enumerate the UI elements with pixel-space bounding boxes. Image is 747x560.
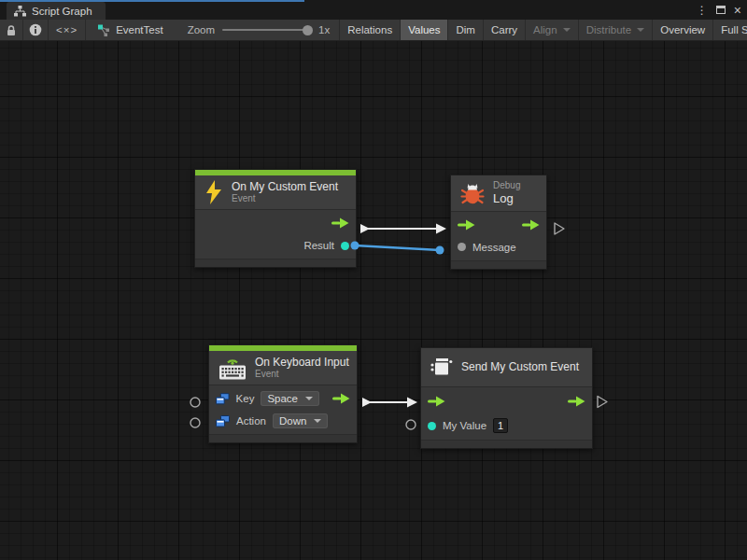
chevron-down-icon <box>314 419 321 423</box>
tab-title: Script Graph <box>32 6 92 17</box>
result-label: Result <box>303 240 334 251</box>
node-footer <box>195 259 356 267</box>
info-button[interactable] <box>23 20 49 40</box>
flow-input-port[interactable] <box>428 396 445 407</box>
carry-button[interactable]: Carry <box>484 20 526 40</box>
zoom-label: Zoom <box>188 24 215 35</box>
flow-output-port[interactable] <box>331 217 349 229</box>
lock-button[interactable] <box>0 20 23 40</box>
flow-output-port[interactable] <box>568 396 585 407</box>
unconnected-input-circle <box>406 420 416 429</box>
node-title: Send My Custom Event <box>461 360 579 373</box>
lock-icon <box>6 24 17 36</box>
action-dropdown-value: Down <box>279 415 306 427</box>
graph-asset-icon <box>97 24 110 36</box>
graph-reference[interactable]: EventTest <box>86 20 175 40</box>
node-body: My Value <box>421 387 592 441</box>
node-footer <box>421 441 592 448</box>
zoom-control: Zoom 1x <box>175 20 341 40</box>
connection-flow-custom-event-to-log[interactable] <box>360 224 446 234</box>
flow-output-port[interactable] <box>332 393 350 404</box>
zoom-slider[interactable] <box>222 29 311 31</box>
full-screen-button[interactable]: Full Screen <box>713 20 747 40</box>
align-label: Align <box>533 24 557 35</box>
lightning-bolt-icon <box>204 180 223 204</box>
flow-input-port[interactable] <box>458 219 475 231</box>
flow-output-port[interactable] <box>522 219 540 231</box>
node-on-my-custom-event[interactable]: On My Custom Event Event Result <box>194 169 357 268</box>
node-footer <box>451 261 546 269</box>
connection-value-result-to-message[interactable] <box>351 242 444 255</box>
distribute-button[interactable]: Distribute <box>579 20 654 40</box>
result-output-row: Result <box>195 234 356 257</box>
zoom-value: 1x <box>318 24 330 35</box>
node-body: Result <box>195 210 356 259</box>
node-title: On My Custom Event <box>232 180 338 193</box>
message-value-port[interactable] <box>458 243 466 251</box>
key-dropdown-value: Space <box>267 393 298 404</box>
node-send-my-custom-event[interactable]: Send My Custom Event My Value <box>420 347 593 449</box>
chevron-down-icon <box>637 28 644 32</box>
key-input-row: Key Space <box>209 387 357 410</box>
enum-type-icon <box>216 415 230 427</box>
code-view-button[interactable]: <×> <box>49 20 86 40</box>
full-screen-label: Full Screen <box>721 24 747 35</box>
action-label: Action <box>236 415 266 427</box>
key-label: Key <box>236 393 255 404</box>
my-value-port[interactable] <box>428 422 436 430</box>
my-value-field[interactable] <box>493 418 508 433</box>
message-label: Message <box>472 242 516 253</box>
bug-icon <box>460 181 485 204</box>
close-icon[interactable]: × <box>734 4 741 17</box>
values-button[interactable]: Values <box>401 20 448 40</box>
node-header[interactable]: Send My Custom Event <box>421 348 592 387</box>
result-value-port[interactable] <box>341 242 349 250</box>
panel-menu-icon[interactable]: ⋮ <box>697 5 708 16</box>
zoom-slider-handle[interactable] <box>303 25 313 35</box>
node-header[interactable]: On My Custom Event Event <box>195 175 356 210</box>
node-body: Message <box>451 212 546 261</box>
enum-type-icon <box>216 393 230 405</box>
node-debug-log[interactable]: Debug Log Message <box>450 175 547 270</box>
carry-label: Carry <box>491 24 517 35</box>
connections-layer <box>0 41 747 560</box>
key-dropdown[interactable]: Space <box>261 391 319 406</box>
align-button[interactable]: Align <box>526 20 579 40</box>
node-title: On Keyboard Input <box>255 356 349 369</box>
overview-label: Overview <box>660 24 705 35</box>
connection-flow-keyboard-to-send[interactable] <box>362 398 417 408</box>
overview-button[interactable]: Overview <box>653 20 713 40</box>
code-icon: <×> <box>56 24 78 35</box>
graph-canvas[interactable]: On My Custom Event Event Result <box>0 41 747 560</box>
chevron-down-icon <box>563 28 571 32</box>
info-icon <box>29 23 42 36</box>
node-footer <box>209 435 357 442</box>
my-value-input-row: My Value <box>421 413 592 438</box>
node-header[interactable]: On Keyboard Input Event <box>209 351 357 385</box>
tab-script-graph[interactable]: Script Graph <box>7 2 106 20</box>
unconnected-input-circle <box>190 398 200 407</box>
unconnected-input-circle <box>190 418 200 427</box>
action-input-row: Action Down <box>209 410 357 432</box>
chevron-down-icon <box>305 397 313 400</box>
graph-hierarchy-icon <box>14 6 26 17</box>
focused-panel-indicator <box>0 0 304 2</box>
flow-row <box>421 389 592 413</box>
dim-button[interactable]: Dim <box>448 20 483 40</box>
node-on-keyboard-input[interactable]: On Keyboard Input Event Key Space <box>208 344 358 443</box>
node-subtitle: Event <box>232 193 338 204</box>
relations-button[interactable]: Relations <box>340 20 401 40</box>
graph-toolbar: <×> EventTest Zoom 1x Relations Values D… <box>0 20 747 41</box>
unconnected-flow-triangle <box>555 223 564 234</box>
node-body: Key Space Action Dow <box>209 385 357 435</box>
dim-label: Dim <box>456 24 474 35</box>
action-dropdown[interactable]: Down <box>273 413 328 428</box>
flow-row <box>451 214 546 236</box>
node-title: Log <box>493 191 520 206</box>
custom-event-icon <box>430 357 453 378</box>
maximize-icon[interactable] <box>716 6 726 14</box>
node-header[interactable]: Debug Log <box>451 175 546 212</box>
unconnected-flow-triangle <box>598 397 607 408</box>
node-category: Debug <box>493 180 520 191</box>
relations-label: Relations <box>347 24 392 35</box>
